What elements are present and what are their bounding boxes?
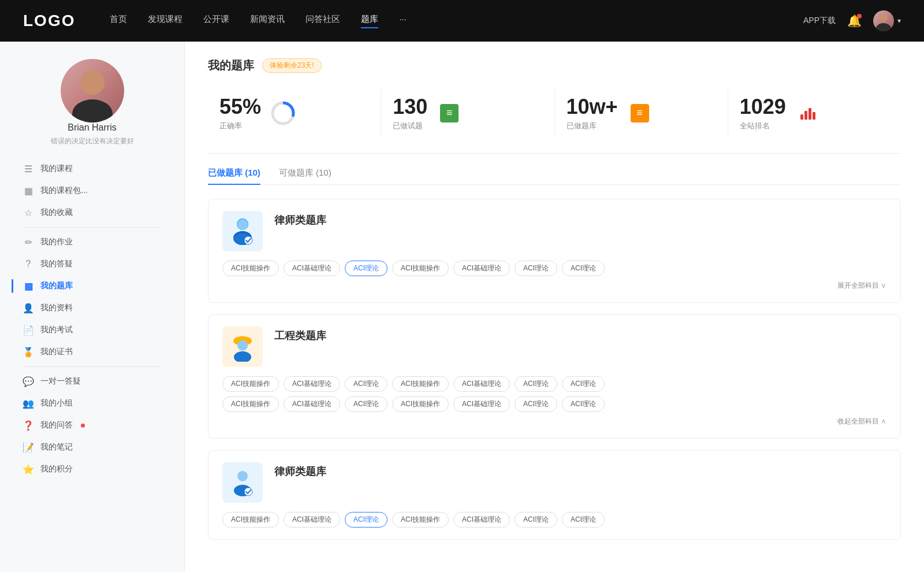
sidebar-item-one-on-one[interactable]: 💬 一对一答疑: [12, 370, 173, 392]
doc-icon: 📄: [23, 325, 33, 335]
sidebar-item-favorites-label: 我的收藏: [40, 207, 73, 218]
svg-rect-5: [813, 112, 815, 120]
tag-aci-skill-2[interactable]: ACI技能操作: [392, 261, 449, 276]
stat-ranking-value: 1029: [740, 95, 786, 118]
qbank-title-1: 律师类题库: [274, 211, 326, 227]
eng-tag-theory-5[interactable]: ACI理论: [515, 396, 557, 412]
svg-rect-3: [804, 111, 807, 120]
tags-row-1: ACI技能操作 ACI基础理论 ACI理论 ACI技能操作 ACI基础理论 AC…: [222, 261, 886, 276]
sidebar-item-homework[interactable]: ✏ 我的作业: [12, 231, 173, 253]
svg-point-15: [237, 340, 248, 351]
sidebar-item-exam[interactable]: 📄 我的考试: [12, 319, 173, 341]
grid-icon: ▩: [23, 281, 33, 291]
l2-tag-basic-2[interactable]: ACI基础理论: [453, 512, 510, 528]
eng-tag-basic-1[interactable]: ACI基础理论: [284, 376, 340, 392]
profile-avatar: [61, 59, 124, 122]
nav-home[interactable]: 首页: [110, 14, 127, 28]
sidebar-item-exam-label: 我的考试: [40, 325, 73, 335]
nav-qbank[interactable]: 题库: [361, 14, 378, 28]
list-green-icon: ≡: [440, 104, 459, 122]
sidebar-menu: ☰ 我的课程 ▦ 我的课程包... ☆ 我的收藏 ✏ 我的作业 ? 我的答疑 ▩: [0, 158, 184, 480]
sidebar-item-course[interactable]: ☰ 我的课程: [12, 158, 173, 180]
nav-news[interactable]: 新闻资讯: [250, 14, 285, 28]
app-download-button[interactable]: APP下载: [803, 16, 836, 26]
qa-icon: ❓: [23, 420, 33, 430]
stat-done-questions-label: 已做试题: [393, 121, 427, 131]
banks-list-icon: ≡: [627, 101, 653, 126]
qbank-title-3: 律师类题库: [274, 462, 326, 478]
l2-tag-skill-2[interactable]: ACI技能操作: [392, 512, 449, 528]
profile-username: Brian Harris: [68, 122, 116, 133]
eng-tag-skill-2[interactable]: ACI技能操作: [392, 376, 449, 392]
eng-tag-basic-2[interactable]: ACI基础理论: [453, 376, 510, 392]
eng-tag-skill-4[interactable]: ACI技能操作: [392, 396, 449, 412]
expand-all-link-1[interactable]: 展开全部科目 ∨: [222, 281, 886, 291]
eng-tag-skill-1[interactable]: ACI技能操作: [222, 376, 279, 392]
eng-tag-theory-1[interactable]: ACI理论: [345, 376, 388, 392]
sidebar-item-qa[interactable]: ? 我的答疑: [12, 253, 173, 275]
eng-tag-theory-6[interactable]: ACI理论: [562, 396, 605, 412]
tag-aci-theory-2[interactable]: ACI理论: [515, 261, 557, 276]
nav-qa[interactable]: 问答社区: [305, 14, 340, 28]
l2-tag-basic-1[interactable]: ACI基础理论: [284, 512, 340, 528]
pie-chart-icon: [270, 101, 296, 126]
page-title-row: 我的题库 体验剩余23天!: [208, 58, 901, 73]
svg-rect-4: [808, 108, 811, 120]
notification-bell-icon[interactable]: 🔔: [847, 14, 862, 28]
eng-tag-theory-4[interactable]: ACI理论: [345, 396, 388, 412]
nav-more[interactable]: ···: [399, 14, 407, 28]
sidebar-item-group-label: 我的小组: [40, 398, 73, 408]
sidebar-item-homework-label: 我的作业: [40, 237, 73, 247]
chat-icon: 💬: [23, 376, 33, 387]
sidebar-item-qbank[interactable]: ▩ 我的题库: [12, 275, 173, 297]
stat-accuracy-value: 55%: [219, 95, 261, 118]
qbank-header-2: 工程类题库: [222, 326, 886, 367]
l2-tag-theory-2[interactable]: ACI理论: [515, 512, 557, 528]
qbank-card-engineer: 工程类题库 ACI技能操作 ACI基础理论 ACI理论 ACI技能操作 ACI基…: [208, 314, 901, 439]
sidebar-item-group[interactable]: 👥 我的小组: [12, 392, 173, 414]
l2-tag-theory-active[interactable]: ACI理论: [345, 512, 388, 528]
l2-tag-skill-1[interactable]: ACI技能操作: [222, 512, 279, 528]
nav-right: APP下载 🔔 ▾: [803, 10, 901, 31]
tag-aci-basic-2[interactable]: ACI基础理论: [453, 261, 510, 276]
nav-open-course[interactable]: 公开课: [203, 14, 229, 28]
tags-row-3: ACI技能操作 ACI基础理论 ACI理论 ACI技能操作 ACI基础理论 AC…: [222, 512, 886, 528]
eng-tag-basic-4[interactable]: ACI基础理论: [453, 396, 510, 412]
sidebar-item-one-on-one-label: 一对一答疑: [40, 376, 81, 387]
svg-point-10: [237, 220, 248, 230]
collapse-all-link[interactable]: 收起全部科目 ∧: [222, 417, 886, 426]
stat-accuracy-label: 正确率: [219, 121, 261, 131]
nav-discover[interactable]: 发现课程: [148, 14, 182, 28]
user-avatar-button[interactable]: ▾: [873, 10, 901, 31]
eng-tag-theory-3[interactable]: ACI理论: [562, 376, 605, 392]
eng-tag-skill-3[interactable]: ACI技能操作: [222, 396, 279, 412]
qbank-lawyer-icon-1: [222, 211, 263, 251]
tab-done-banks[interactable]: 已做题库 (10): [208, 168, 260, 184]
navbar: LOGO 首页 发现课程 公开课 新闻资讯 问答社区 题库 ··· APP下载 …: [0, 0, 924, 42]
tag-aci-theory-3[interactable]: ACI理论: [562, 261, 605, 276]
sidebar-item-cert-label: 我的证书: [40, 347, 73, 357]
sidebar-item-cert[interactable]: 🏅 我的证书: [12, 341, 173, 363]
notification-dot: [857, 14, 862, 18]
sidebar-item-profile[interactable]: 👤 我的资料: [12, 297, 173, 319]
tag-aci-theory-active-1[interactable]: ACI理论: [345, 261, 388, 276]
sidebar-item-profile-label: 我的资料: [40, 303, 73, 313]
nav-avatar: [873, 10, 894, 31]
tag-aci-skill-1[interactable]: ACI技能操作: [222, 261, 279, 276]
stat-ranking: 1029 全站排名: [728, 90, 901, 137]
sidebar-item-favorites[interactable]: ☆ 我的收藏: [12, 202, 173, 224]
sidebar-item-points-label: 我的积分: [40, 464, 73, 474]
tag-aci-basic-1[interactable]: ACI基础理论: [284, 261, 340, 276]
tags-row-2a: ACI技能操作 ACI基础理论 ACI理论 ACI技能操作 ACI基础理论 AC…: [222, 376, 886, 392]
sidebar-item-course-package[interactable]: ▦ 我的课程包...: [12, 180, 173, 202]
sidebar-item-notes[interactable]: 📝 我的笔记: [12, 436, 173, 458]
l2-tag-theory-3[interactable]: ACI理论: [562, 512, 605, 528]
eng-tag-theory-2[interactable]: ACI理论: [515, 376, 557, 392]
lawyer-person-svg-2: [228, 467, 258, 497]
tab-available-banks[interactable]: 可做题库 (10): [279, 168, 331, 184]
menu-divider-1: [23, 227, 161, 228]
eng-tag-basic-3[interactable]: ACI基础理论: [284, 396, 340, 412]
star-icon: ☆: [23, 207, 33, 218]
sidebar-item-myqa[interactable]: ❓ 我的问答: [12, 414, 173, 436]
sidebar-item-points[interactable]: ⭐ 我的积分: [12, 458, 173, 480]
